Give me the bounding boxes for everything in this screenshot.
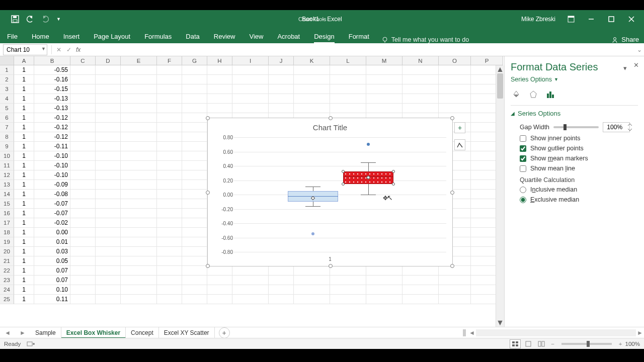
cell[interactable] — [70, 132, 96, 142]
cell[interactable] — [96, 285, 121, 295]
row-header[interactable]: 12 — [0, 170, 14, 180]
cell[interactable] — [157, 170, 182, 180]
save-icon[interactable] — [11, 15, 19, 23]
cell[interactable] — [70, 142, 96, 151]
row-header[interactable]: 14 — [0, 190, 14, 199]
show-outlier-points-checkbox[interactable]: Show outlier points — [511, 143, 638, 153]
cell[interactable] — [182, 237, 207, 247]
cell[interactable] — [439, 65, 471, 75]
horizontal-scrollbar[interactable]: ◄ ► — [463, 329, 644, 337]
cell[interactable] — [182, 266, 207, 276]
cell[interactable]: -0.10 — [34, 161, 70, 170]
cell[interactable] — [121, 161, 157, 170]
cell[interactable] — [366, 65, 403, 75]
cell[interactable] — [121, 75, 157, 84]
cell[interactable] — [294, 266, 330, 276]
tell-me-search[interactable]: Tell me what you want to do — [381, 36, 469, 43]
row-header[interactable]: 21 — [0, 256, 14, 266]
cell[interactable] — [70, 218, 96, 228]
cell[interactable] — [70, 151, 96, 161]
cell[interactable] — [330, 65, 366, 75]
sheet-tab-sample[interactable]: Sample — [30, 327, 61, 338]
cell[interactable] — [96, 84, 121, 94]
vertical-scrollbar[interactable]: ▲ ▼ — [496, 65, 504, 327]
row-header[interactable]: 2 — [0, 75, 14, 84]
cell[interactable] — [96, 228, 121, 237]
chart-styles-button[interactable] — [454, 139, 465, 150]
cell[interactable]: -0.09 — [34, 180, 70, 190]
row-header[interactable]: 1 — [0, 65, 14, 75]
cell[interactable] — [121, 190, 157, 199]
cell[interactable] — [157, 256, 182, 266]
cell[interactable] — [70, 75, 96, 84]
row-header[interactable]: 16 — [0, 209, 14, 218]
cell[interactable]: 0.07 — [34, 266, 70, 276]
cell[interactable] — [439, 285, 471, 295]
cell[interactable] — [121, 151, 157, 161]
cell[interactable]: 1 — [14, 161, 34, 170]
row-header[interactable]: 25 — [0, 295, 14, 304]
cell[interactable] — [96, 180, 121, 190]
cell[interactable]: 1 — [14, 123, 34, 132]
cell[interactable] — [207, 75, 232, 84]
cell[interactable]: 1 — [14, 266, 34, 276]
cell[interactable] — [269, 104, 294, 113]
cell[interactable] — [157, 84, 182, 94]
cell[interactable] — [121, 295, 157, 304]
series-options-section[interactable]: ◢Series Options — [511, 110, 638, 117]
gap-width-slider[interactable] — [553, 126, 599, 128]
cell[interactable] — [403, 84, 439, 94]
redo-icon[interactable] — [41, 15, 49, 23]
cell[interactable] — [330, 266, 366, 276]
cell[interactable] — [121, 123, 157, 132]
row-header[interactable]: 24 — [0, 285, 14, 295]
cell[interactable] — [403, 266, 439, 276]
scroll-right-icon[interactable]: ► — [636, 329, 644, 336]
cell[interactable] — [70, 237, 96, 247]
cell[interactable] — [330, 94, 366, 104]
cell[interactable] — [439, 94, 471, 104]
cell[interactable] — [157, 75, 182, 84]
zoom-out-icon[interactable]: − — [551, 341, 554, 347]
cell[interactable]: -0.13 — [34, 94, 70, 104]
cell[interactable] — [157, 228, 182, 237]
cell[interactable] — [157, 65, 182, 75]
cell[interactable]: 1 — [14, 199, 34, 209]
row-header[interactable]: 5 — [0, 104, 14, 113]
cell[interactable] — [269, 75, 294, 84]
cell[interactable] — [70, 285, 96, 295]
column-header[interactable]: B — [34, 56, 70, 65]
fx-icon[interactable]: fx — [76, 46, 80, 53]
scrollbar-thumb[interactable] — [497, 73, 503, 99]
cell[interactable] — [232, 75, 269, 84]
series-options-icon[interactable] — [545, 89, 556, 100]
cell[interactable] — [182, 285, 207, 295]
cell[interactable] — [366, 285, 403, 295]
chart-plot-area[interactable]: 0.800.600.400.200.00-0.20-0.40-0.60-0.80 — [234, 137, 446, 251]
cell[interactable] — [121, 266, 157, 276]
cell[interactable] — [157, 237, 182, 247]
cell[interactable]: -0.13 — [34, 104, 70, 113]
cell[interactable]: -0.02 — [34, 218, 70, 228]
cell[interactable] — [157, 123, 182, 132]
cell[interactable] — [403, 295, 439, 304]
cell[interactable] — [157, 276, 182, 285]
cell[interactable] — [439, 276, 471, 285]
expand-formula-icon[interactable]: ⌄ — [635, 46, 644, 53]
cell[interactable] — [182, 84, 207, 94]
cell[interactable] — [121, 170, 157, 180]
cell[interactable] — [269, 94, 294, 104]
cell[interactable] — [96, 65, 121, 75]
cell[interactable] — [439, 104, 471, 113]
cell[interactable] — [121, 113, 157, 123]
undo-icon[interactable] — [26, 15, 34, 23]
tab-page-layout[interactable]: Page Layout — [87, 30, 137, 43]
cell[interactable] — [96, 237, 121, 247]
cell[interactable] — [182, 228, 207, 237]
cell[interactable] — [70, 113, 96, 123]
cell[interactable] — [70, 247, 96, 256]
cell[interactable] — [121, 285, 157, 295]
cell[interactable] — [232, 84, 269, 94]
cell[interactable]: 0.11 — [34, 295, 70, 304]
minimize-icon[interactable] — [583, 10, 600, 28]
